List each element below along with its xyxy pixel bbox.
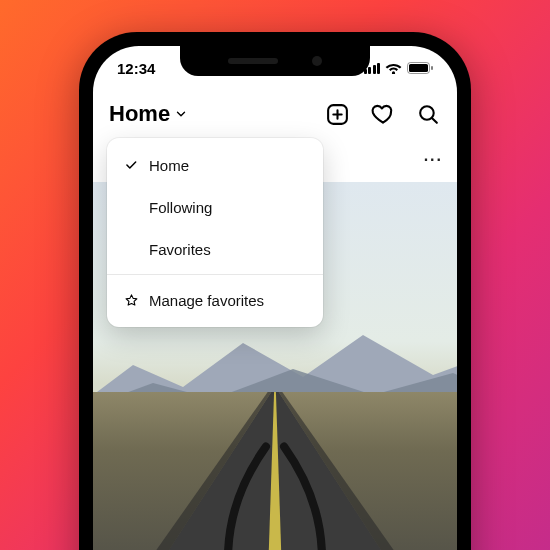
dropdown-item-label: Following <box>149 199 212 216</box>
image-road <box>93 392 457 550</box>
front-camera <box>312 56 322 66</box>
status-right <box>364 62 434 74</box>
dropdown-item-label: Favorites <box>149 241 211 258</box>
header-actions <box>325 101 441 127</box>
status-time: 12:34 <box>117 60 155 77</box>
check-icon <box>123 158 139 172</box>
phone-screen: 12:34 Home <box>93 46 457 550</box>
gradient-background: 12:34 Home <box>0 0 550 550</box>
wifi-icon <box>385 62 402 74</box>
battery-icon <box>407 62 433 74</box>
feed-selector-button[interactable]: Home <box>109 101 188 127</box>
star-icon <box>123 293 139 308</box>
search-button[interactable] <box>416 102 441 127</box>
dropdown-item-following[interactable]: Following <box>107 186 323 228</box>
dropdown-item-favorites[interactable]: Favorites <box>107 228 323 270</box>
post-more-button[interactable]: ··· <box>424 151 443 169</box>
app-header: Home <box>93 90 457 138</box>
phone-notch <box>180 46 370 76</box>
heart-icon <box>370 101 396 127</box>
feed-selector-label: Home <box>109 101 170 127</box>
svg-rect-2 <box>431 66 433 70</box>
chevron-down-icon <box>174 101 188 127</box>
speaker-grille <box>228 58 278 64</box>
dropdown-item-home[interactable]: Home <box>107 144 323 186</box>
dropdown-manage-favorites[interactable]: Manage favorites <box>107 279 323 321</box>
dropdown-item-label: Manage favorites <box>149 292 264 309</box>
svg-rect-1 <box>409 64 428 72</box>
search-icon <box>416 102 441 127</box>
dropdown-item-label: Home <box>149 157 189 174</box>
phone-frame: 12:34 Home <box>79 32 471 550</box>
activity-button[interactable] <box>370 101 396 127</box>
create-post-button[interactable] <box>325 102 350 127</box>
feed-dropdown: Home Following Favorites Manage favorite… <box>107 138 323 327</box>
plus-square-icon <box>325 102 350 127</box>
dropdown-separator <box>107 274 323 275</box>
